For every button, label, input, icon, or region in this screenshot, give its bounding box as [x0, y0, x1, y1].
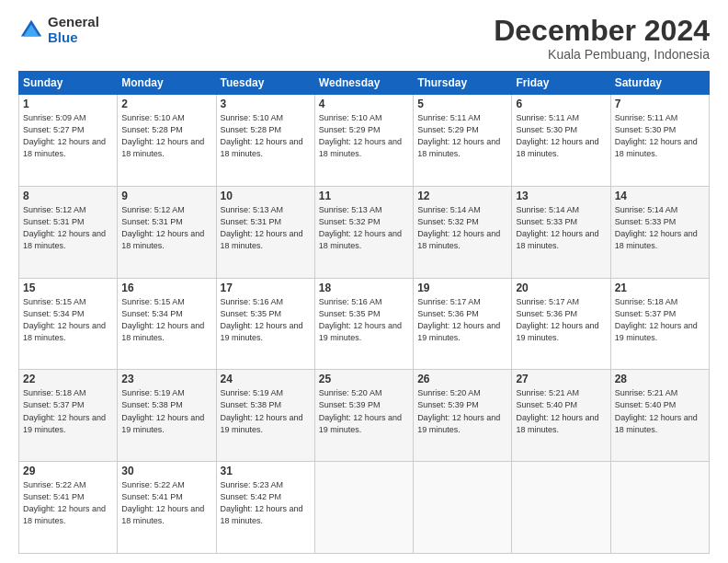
table-row: 6Sunrise: 5:11 AMSunset: 5:30 PMDaylight…	[512, 95, 610, 187]
col-monday: Monday	[118, 72, 216, 95]
table-row: 2Sunrise: 5:10 AMSunset: 5:28 PMDaylight…	[118, 95, 216, 187]
day-info: Sunrise: 5:11 AMSunset: 5:30 PMDaylight:…	[516, 113, 598, 158]
calendar-table: Sunday Monday Tuesday Wednesday Thursday…	[18, 71, 710, 554]
day-number: 29	[23, 465, 113, 477]
day-number: 12	[417, 190, 507, 202]
day-info: Sunrise: 5:13 AMSunset: 5:31 PMDaylight:…	[221, 205, 303, 250]
day-number: 15	[23, 282, 113, 294]
table-row: 29Sunrise: 5:22 AMSunset: 5:41 PMDayligh…	[19, 462, 118, 554]
calendar-week-row: 1Sunrise: 5:09 AMSunset: 5:27 PMDaylight…	[19, 95, 710, 187]
calendar-header-row: Sunday Monday Tuesday Wednesday Thursday…	[19, 72, 710, 95]
day-info: Sunrise: 5:22 AMSunset: 5:41 PMDaylight:…	[121, 480, 204, 525]
day-info: Sunrise: 5:11 AMSunset: 5:29 PMDaylight:…	[417, 113, 500, 158]
day-info: Sunrise: 5:20 AMSunset: 5:39 PMDaylight:…	[319, 388, 402, 433]
day-info: Sunrise: 5:10 AMSunset: 5:29 PMDaylight:…	[319, 113, 402, 158]
col-thursday: Thursday	[414, 72, 512, 95]
day-info: Sunrise: 5:12 AMSunset: 5:31 PMDaylight:…	[23, 205, 106, 250]
logo-text: General Blue	[48, 15, 99, 45]
day-info: Sunrise: 5:16 AMSunset: 5:35 PMDaylight:…	[221, 297, 303, 342]
table-row: 30Sunrise: 5:22 AMSunset: 5:41 PMDayligh…	[118, 462, 216, 554]
table-row: 24Sunrise: 5:19 AMSunset: 5:38 PMDayligh…	[216, 370, 314, 462]
day-number: 4	[319, 98, 409, 110]
table-row: 31Sunrise: 5:23 AMSunset: 5:42 PMDayligh…	[216, 462, 314, 554]
day-number: 21	[615, 282, 705, 294]
day-info: Sunrise: 5:13 AMSunset: 5:32 PMDaylight:…	[319, 205, 402, 250]
month-title: December 2024	[494, 15, 710, 47]
table-row: 25Sunrise: 5:20 AMSunset: 5:39 PMDayligh…	[314, 370, 413, 462]
table-row: 22Sunrise: 5:18 AMSunset: 5:37 PMDayligh…	[19, 370, 118, 462]
day-number: 24	[221, 373, 311, 385]
day-info: Sunrise: 5:16 AMSunset: 5:35 PMDaylight:…	[319, 297, 402, 342]
day-number: 23	[121, 373, 211, 385]
table-row: 14Sunrise: 5:14 AMSunset: 5:33 PMDayligh…	[610, 186, 709, 278]
table-row: 26Sunrise: 5:20 AMSunset: 5:39 PMDayligh…	[414, 370, 512, 462]
day-number: 6	[516, 98, 606, 110]
day-info: Sunrise: 5:18 AMSunset: 5:37 PMDaylight:…	[23, 388, 106, 433]
day-info: Sunrise: 5:14 AMSunset: 5:33 PMDaylight:…	[615, 205, 698, 250]
day-number: 27	[516, 373, 606, 385]
day-number: 7	[615, 98, 705, 110]
day-number: 20	[516, 282, 606, 294]
logo-blue-text: Blue	[48, 30, 99, 46]
logo-general-text: General	[48, 15, 99, 30]
table-row: 12Sunrise: 5:14 AMSunset: 5:32 PMDayligh…	[414, 186, 512, 278]
day-info: Sunrise: 5:12 AMSunset: 5:31 PMDaylight:…	[121, 205, 204, 250]
table-row: 19Sunrise: 5:17 AMSunset: 5:36 PMDayligh…	[414, 278, 512, 370]
day-number: 31	[221, 465, 311, 477]
day-info: Sunrise: 5:21 AMSunset: 5:40 PMDaylight:…	[516, 388, 598, 433]
location: Kuala Pembuang, Indonesia	[494, 47, 710, 62]
day-number: 30	[121, 465, 211, 477]
day-info: Sunrise: 5:11 AMSunset: 5:30 PMDaylight:…	[615, 113, 698, 158]
day-number: 25	[319, 373, 409, 385]
calendar-week-row: 8Sunrise: 5:12 AMSunset: 5:31 PMDaylight…	[19, 186, 710, 278]
calendar-week-row: 29Sunrise: 5:22 AMSunset: 5:41 PMDayligh…	[19, 462, 710, 554]
day-info: Sunrise: 5:19 AMSunset: 5:38 PMDaylight:…	[121, 388, 204, 433]
day-number: 26	[417, 373, 507, 385]
day-number: 18	[319, 282, 409, 294]
col-sunday: Sunday	[19, 72, 118, 95]
table-row: 3Sunrise: 5:10 AMSunset: 5:28 PMDaylight…	[216, 95, 314, 187]
day-info: Sunrise: 5:15 AMSunset: 5:34 PMDaylight:…	[23, 297, 106, 342]
day-info: Sunrise: 5:10 AMSunset: 5:28 PMDaylight:…	[221, 113, 303, 158]
day-info: Sunrise: 5:23 AMSunset: 5:42 PMDaylight:…	[221, 480, 303, 525]
table-row: 20Sunrise: 5:17 AMSunset: 5:36 PMDayligh…	[512, 278, 610, 370]
day-number: 16	[121, 282, 211, 294]
table-row: 21Sunrise: 5:18 AMSunset: 5:37 PMDayligh…	[610, 278, 709, 370]
logo: General Blue	[18, 15, 99, 45]
table-row	[512, 462, 610, 554]
table-row	[610, 462, 709, 554]
table-row	[414, 462, 512, 554]
table-row: 13Sunrise: 5:14 AMSunset: 5:33 PMDayligh…	[512, 186, 610, 278]
calendar-week-row: 15Sunrise: 5:15 AMSunset: 5:34 PMDayligh…	[19, 278, 710, 370]
table-row: 28Sunrise: 5:21 AMSunset: 5:40 PMDayligh…	[610, 370, 709, 462]
day-number: 11	[319, 190, 409, 202]
col-saturday: Saturday	[610, 72, 709, 95]
day-number: 9	[121, 190, 211, 202]
table-row: 27Sunrise: 5:21 AMSunset: 5:40 PMDayligh…	[512, 370, 610, 462]
day-info: Sunrise: 5:09 AMSunset: 5:27 PMDaylight:…	[23, 113, 106, 158]
logo-icon	[18, 17, 44, 43]
day-info: Sunrise: 5:22 AMSunset: 5:41 PMDaylight:…	[23, 480, 106, 525]
table-row: 1Sunrise: 5:09 AMSunset: 5:27 PMDaylight…	[19, 95, 118, 187]
day-info: Sunrise: 5:19 AMSunset: 5:38 PMDaylight:…	[221, 388, 303, 433]
day-info: Sunrise: 5:10 AMSunset: 5:28 PMDaylight:…	[121, 113, 204, 158]
table-row: 16Sunrise: 5:15 AMSunset: 5:34 PMDayligh…	[118, 278, 216, 370]
table-row: 15Sunrise: 5:15 AMSunset: 5:34 PMDayligh…	[19, 278, 118, 370]
table-row: 8Sunrise: 5:12 AMSunset: 5:31 PMDaylight…	[19, 186, 118, 278]
table-row: 18Sunrise: 5:16 AMSunset: 5:35 PMDayligh…	[314, 278, 413, 370]
table-row: 11Sunrise: 5:13 AMSunset: 5:32 PMDayligh…	[314, 186, 413, 278]
col-wednesday: Wednesday	[314, 72, 413, 95]
day-number: 8	[23, 190, 113, 202]
table-row: 17Sunrise: 5:16 AMSunset: 5:35 PMDayligh…	[216, 278, 314, 370]
table-row: 7Sunrise: 5:11 AMSunset: 5:30 PMDaylight…	[610, 95, 709, 187]
table-row	[314, 462, 413, 554]
day-number: 5	[417, 98, 507, 110]
header: General Blue December 2024 Kuala Pembuan…	[18, 15, 710, 62]
day-info: Sunrise: 5:14 AMSunset: 5:33 PMDaylight:…	[516, 205, 598, 250]
table-row: 10Sunrise: 5:13 AMSunset: 5:31 PMDayligh…	[216, 186, 314, 278]
page: General Blue December 2024 Kuala Pembuan…	[0, 0, 728, 563]
day-number: 28	[615, 373, 705, 385]
table-row: 4Sunrise: 5:10 AMSunset: 5:29 PMDaylight…	[314, 95, 413, 187]
day-info: Sunrise: 5:17 AMSunset: 5:36 PMDaylight:…	[516, 297, 598, 342]
table-row: 23Sunrise: 5:19 AMSunset: 5:38 PMDayligh…	[118, 370, 216, 462]
